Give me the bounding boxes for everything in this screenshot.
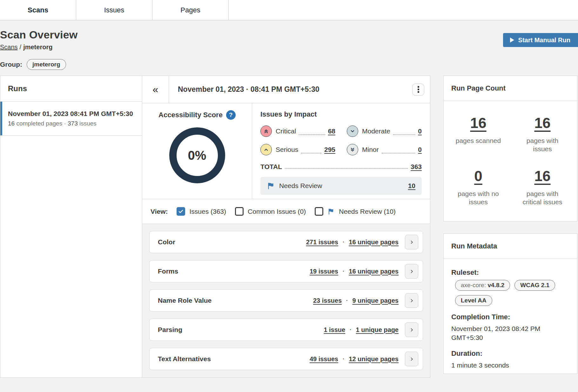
runs-panel-title: Runs [0, 76, 142, 102]
tab-bar: Scans Issues Pages [0, 0, 578, 20]
common-issues-checkbox[interactable] [235, 207, 244, 216]
stat-pages-with-issues: 16 pages with issues [510, 114, 575, 153]
category-row-color: Color 271 issues · 16 unique pages [149, 231, 423, 253]
impact-row-serious: Serious 295 [260, 144, 335, 155]
needs-review-bar: Needs Review 10 [260, 177, 422, 195]
minor-severity-icon [347, 144, 358, 155]
view-filter-row: View: Issues (363) Common Issues (0) [142, 199, 430, 224]
category-issues-link[interactable]: 49 issues [310, 355, 338, 363]
view-option-common-issues[interactable]: Common Issues (0) [235, 207, 306, 216]
check-icon [178, 208, 184, 214]
pages-scanned-link[interactable]: 16 [470, 115, 486, 131]
chevron-right-icon [409, 240, 414, 245]
issues-checkbox[interactable] [177, 207, 185, 216]
impact-row-minor: Minor 0 [347, 144, 422, 155]
accessibility-score-donut: 0% [169, 127, 225, 183]
help-icon[interactable]: ? [226, 110, 236, 120]
stat-pages-critical-issues: 16 pages with critical issues [510, 167, 575, 206]
run-metadata-card: Run Metadata Ruleset: axe-core: v4.8.2 W… [443, 233, 577, 374]
category-pages-link[interactable]: 1 unique page [356, 326, 399, 334]
breadcrumb-current: jmeterorg [23, 44, 52, 51]
stat-pages-no-issues: 0 pages with no issues [446, 167, 510, 206]
chevron-right-icon [409, 298, 414, 303]
run-detail-panel: « November 01, 2023 · 08:41 PM GMT+5:30 … [142, 76, 430, 378]
dotted-leader [301, 153, 321, 153]
category-pages-link[interactable]: 9 unique pages [352, 297, 399, 304]
category-pages-link[interactable]: 12 unique pages [349, 355, 399, 363]
dotted-leader [382, 153, 415, 153]
start-manual-run-button[interactable]: Start Manual Run [503, 33, 578, 47]
view-option-needs-review[interactable]: Needs Review (10) [315, 207, 396, 216]
page-title: Scan Overview [0, 29, 78, 41]
expand-category-button[interactable] [405, 264, 418, 279]
kebab-icon [418, 86, 419, 88]
app-root: Scans Issues Pages Scan Overview Scans/j… [0, 0, 578, 378]
chevron-double-left-icon: « [153, 84, 158, 95]
moderate-severity-icon [347, 125, 358, 137]
dotted-leader [393, 134, 415, 135]
run-item-meta: 16 completed pages · 373 issues [8, 120, 134, 127]
run-detail-header: « November 01, 2023 · 08:41 PM GMT+5:30 [142, 76, 430, 103]
completion-time-value: November 01, 2023 08:42 PM GMT+5:30 [451, 324, 569, 342]
category-row-name-role-value: Name Role Value 23 issues · 9 unique pag… [149, 289, 423, 312]
impact-row-moderate: Moderate 0 [347, 125, 422, 137]
chevron-right-icon [409, 328, 414, 332]
accessibility-score-cell: Accessibility Score ? 0% [142, 103, 252, 199]
dotted-leader [285, 168, 408, 169]
chevron-right-icon [409, 357, 414, 362]
ruleset-pills: axe-core: v4.8.2 WCAG 2.1 Level AA [451, 280, 569, 306]
serious-severity-icon [260, 144, 272, 155]
kebab-menu-button[interactable] [412, 84, 424, 96]
ruleset-badge-level: Level AA [455, 295, 492, 306]
category-issues-link[interactable]: 19 issues [310, 268, 338, 275]
moderate-count-link[interactable]: 0 [418, 127, 422, 135]
pages-with-issues-link[interactable]: 16 [534, 115, 550, 131]
needs-review-count-link[interactable]: 10 [408, 182, 415, 190]
critical-count-link[interactable]: 68 [328, 127, 335, 135]
breadcrumb-separator: / [20, 44, 22, 51]
serious-count-link[interactable]: 295 [324, 146, 335, 153]
run-page-count-card: Run Page Count 16 pages scanned 16 pages… [443, 76, 577, 221]
flag-icon [327, 208, 335, 215]
category-row-parsing: Parsing 1 issue · 1 unique page [149, 319, 423, 341]
stat-pages-scanned: 16 pages scanned [446, 114, 510, 153]
accessibility-score-title: Accessibility Score [158, 111, 223, 119]
expand-category-button[interactable] [405, 322, 418, 337]
view-label: View: [151, 208, 168, 215]
tab-issues[interactable]: Issues [76, 0, 152, 20]
tab-scans[interactable]: Scans [0, 0, 76, 20]
category-pages-link[interactable]: 16 unique pages [349, 239, 399, 246]
breadcrumb: Scans/jmeterorg [0, 44, 78, 51]
total-count-link[interactable]: 363 [411, 163, 422, 171]
dotted-leader [299, 134, 325, 135]
category-issues-link[interactable]: 271 issues [306, 239, 338, 246]
minor-count-link[interactable]: 0 [418, 146, 422, 153]
flag-icon [267, 182, 275, 190]
pages-critical-issues-link[interactable]: 16 [534, 168, 550, 184]
chevron-right-icon [409, 269, 414, 274]
run-detail-title: November 01, 2023 · 08:41 PM GMT+5:30 [169, 76, 412, 103]
right-column: Run Page Count 16 pages scanned 16 pages… [443, 76, 577, 378]
category-issues-link[interactable]: 1 issue [324, 326, 345, 334]
needs-review-checkbox[interactable] [315, 207, 323, 216]
expand-category-button[interactable] [405, 235, 418, 249]
expand-category-button[interactable] [405, 352, 418, 366]
page-header: Scan Overview Scans/jmeterorg Start Manu… [0, 20, 578, 51]
group-chip[interactable]: jmeterorg [27, 59, 66, 70]
score-section: Accessibility Score ? 0% Issues by Impac… [142, 103, 430, 199]
total-row: TOTAL 363 [260, 163, 422, 171]
category-pages-link[interactable]: 16 unique pages [349, 268, 399, 275]
run-metadata-title: Run Metadata [444, 234, 577, 259]
pages-no-issues-link[interactable]: 0 [474, 168, 482, 184]
expand-category-button[interactable] [405, 293, 418, 308]
collapse-runs-button[interactable]: « [142, 76, 169, 103]
run-page-count-title: Run Page Count [444, 76, 577, 101]
run-list-item[interactable]: November 01, 2023 08:41 PM GMT+5:30 16 c… [0, 102, 142, 136]
tab-pages[interactable]: Pages [152, 0, 229, 20]
view-option-issues[interactable]: Issues (363) [177, 207, 226, 216]
duration-label: Duration: [451, 349, 569, 358]
category-issues-link[interactable]: 23 issues [313, 297, 342, 304]
start-manual-run-label: Start Manual Run [518, 37, 570, 44]
group-label: Group: [0, 61, 22, 68]
breadcrumb-scans-link[interactable]: Scans [0, 44, 18, 51]
